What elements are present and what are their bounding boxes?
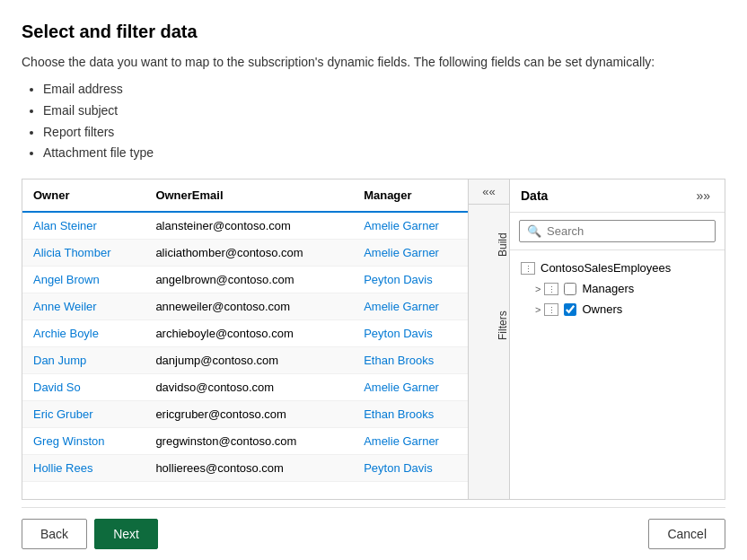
cell-manager: Peyton Davis	[353, 267, 468, 293]
owners-table-icon: ⋮	[544, 303, 558, 316]
manager-link[interactable]: Amelie Garner	[364, 434, 439, 448]
owner-link[interactable]: Eric Gruber	[33, 407, 92, 421]
right-panel-header: Data »»	[510, 179, 725, 213]
cell-manager: Ethan Brooks	[353, 401, 468, 428]
owners-checkbox[interactable]	[564, 303, 576, 316]
owner-link[interactable]: Alicia Thomber	[33, 246, 110, 259]
owner-link[interactable]: Angel Brown	[33, 273, 100, 286]
cell-owner: Angel Brown	[22, 267, 145, 293]
panel-nav: «« Build Filters	[468, 179, 509, 499]
tree-container: ⋮ ContosoSalesEmployees > ⋮ Managers > ⋮…	[510, 250, 725, 499]
owner-link[interactable]: Anne Weiler	[33, 300, 97, 313]
left-section: Owner OwnerEmail Manager Alan Steinerala…	[22, 179, 509, 499]
cell-owner: Archie Boyle	[22, 320, 145, 347]
expand-right-btn[interactable]: »»	[692, 187, 714, 205]
manager-link[interactable]: Amelie Garner	[364, 246, 439, 259]
table-row[interactable]: Greg Winstongregwinston@contoso.comAmeli…	[22, 428, 468, 455]
tree-child-managers[interactable]: > ⋮ Managers	[510, 278, 725, 299]
cell-manager: Amelie Garner	[353, 428, 468, 455]
owner-link[interactable]: Dan Jump	[33, 354, 86, 367]
tab-filters[interactable]: Filters	[469, 285, 509, 366]
field-item: Report filters	[43, 122, 725, 144]
cell-owner: Greg Winston	[22, 428, 145, 455]
search-icon: 🔍	[527, 224, 541, 238]
manager-link[interactable]: Ethan Brooks	[364, 354, 434, 367]
managers-label: Managers	[582, 282, 634, 295]
cell-email: archieboyle@contoso.com	[145, 320, 353, 347]
table-row[interactable]: Angel Brownangelbrown@contoso.comPeyton …	[22, 267, 468, 293]
field-item: Email address	[43, 79, 725, 101]
footer-left: Back Next	[22, 519, 158, 549]
owner-link[interactable]: Hollie Rees	[33, 461, 92, 475]
tab-build[interactable]: Build	[469, 205, 509, 285]
right-panel-title: Data	[521, 188, 548, 203]
manager-link[interactable]: Amelie Garner	[364, 381, 439, 394]
table-row[interactable]: Alicia Thomberaliciathomber@contoso.comA…	[22, 240, 468, 267]
cell-manager: Peyton Davis	[353, 320, 468, 347]
col-owner-email: OwnerEmail	[145, 179, 353, 212]
cell-owner: David So	[22, 374, 145, 401]
footer: Back Next Cancel	[22, 507, 725, 560]
table-row[interactable]: Eric Gruberericgruber@contoso.comEthan B…	[22, 401, 468, 428]
cell-owner: Anne Weiler	[22, 293, 145, 320]
table-row[interactable]: Archie Boylearchieboyle@contoso.comPeyto…	[22, 320, 468, 347]
manager-link[interactable]: Peyton Davis	[364, 461, 433, 475]
search-box[interactable]: 🔍	[519, 220, 716, 242]
cell-owner: Eric Gruber	[22, 401, 145, 428]
cell-owner: Jeff Hay	[22, 482, 145, 486]
cell-email: aliciathomber@contoso.com	[145, 240, 353, 267]
owner-link[interactable]: David So	[33, 381, 81, 394]
expand-owners-icon[interactable]: >	[535, 304, 540, 315]
tree-child-owners[interactable]: > ⋮ Owners	[510, 299, 725, 319]
manager-link[interactable]: Amelie Garner	[364, 300, 439, 313]
dataset-icon: ⋮	[521, 262, 535, 275]
cell-email: gregwinston@contoso.com	[145, 428, 353, 455]
owner-link[interactable]: Alan Steiner	[33, 219, 97, 232]
manager-link[interactable]: Amelie Garner	[364, 219, 439, 232]
field-item: Email subject	[43, 101, 725, 122]
cell-owner: Alan Steiner	[22, 212, 145, 240]
field-item: Attachment file type	[43, 143, 725, 164]
col-owner: Owner	[22, 179, 145, 212]
search-container: 🔍	[510, 213, 725, 250]
next-button[interactable]: Next	[94, 519, 158, 549]
cell-email: hollierees@contoso.com	[145, 455, 353, 482]
cell-manager: Ethan Brooks	[353, 347, 468, 374]
search-input[interactable]	[547, 224, 707, 238]
owner-link[interactable]: Greg Winston	[33, 434, 104, 448]
cancel-button[interactable]: Cancel	[648, 519, 725, 549]
cell-owner: Dan Jump	[22, 347, 145, 374]
cell-manager: Peyton Davis	[353, 455, 468, 482]
owners-label: Owners	[582, 302, 622, 316]
cell-owner: Alicia Thomber	[22, 240, 145, 267]
cell-manager: Amelie Garner	[353, 212, 468, 240]
main-content-area: Owner OwnerEmail Manager Alan Steinerala…	[22, 179, 725, 500]
table-row[interactable]: Jeff Hayjeffhay@contoso.comEthan Brooks	[22, 482, 468, 486]
managers-checkbox[interactable]	[564, 283, 576, 295]
owner-link[interactable]: Archie Boyle	[33, 327, 99, 340]
cell-manager: Amelie Garner	[353, 374, 468, 401]
table-row[interactable]: Anne Weileranneweiler@contoso.comAmelie …	[22, 293, 468, 320]
cell-email: danjump@contoso.com	[145, 347, 353, 374]
manager-link[interactable]: Peyton Davis	[364, 327, 433, 340]
dynamic-fields-list: Email address Email subject Report filte…	[22, 79, 725, 164]
expand-managers-icon[interactable]: >	[535, 284, 540, 294]
table-row[interactable]: David Sodavidso@contoso.comAmelie Garner	[22, 374, 468, 401]
data-table: Owner OwnerEmail Manager Alan Steinerala…	[22, 179, 468, 485]
data-table-panel[interactable]: Owner OwnerEmail Manager Alan Steinerala…	[22, 179, 468, 499]
manager-link[interactable]: Peyton Davis	[364, 273, 433, 286]
cell-manager: Amelie Garner	[353, 240, 468, 267]
back-button[interactable]: Back	[22, 519, 87, 549]
cell-email: davidso@contoso.com	[145, 374, 353, 401]
cell-email: jeffhay@contoso.com	[145, 482, 353, 486]
dataset-name-label: ContosoSalesEmployees	[540, 261, 671, 275]
col-manager: Manager	[353, 179, 468, 212]
table-row[interactable]: Hollie Reeshollierees@contoso.comPeyton …	[22, 455, 468, 482]
table-row[interactable]: Dan Jumpdanjump@contoso.comEthan Brooks	[22, 347, 468, 374]
cell-email: ericgruber@contoso.com	[145, 401, 353, 428]
table-row[interactable]: Alan Steineralansteiner@contoso.comAmeli…	[22, 212, 468, 240]
cell-email: alansteiner@contoso.com	[145, 212, 353, 240]
table-scroll[interactable]: Owner OwnerEmail Manager Alan Steinerala…	[22, 179, 468, 485]
collapse-left-btn[interactable]: ««	[469, 179, 509, 205]
manager-link[interactable]: Ethan Brooks	[364, 407, 434, 421]
